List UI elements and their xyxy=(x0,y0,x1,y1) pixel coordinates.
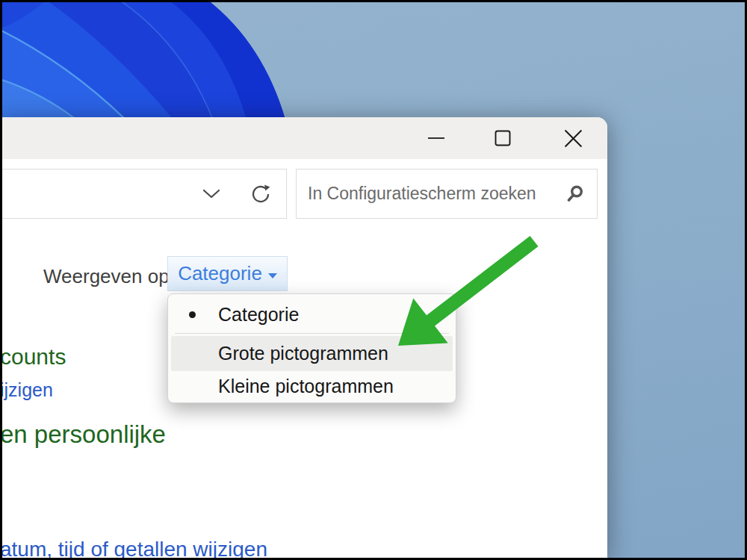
minimize-button[interactable] xyxy=(419,120,453,156)
menu-item-label: Kleine pictogrammen xyxy=(218,376,394,397)
refresh-button[interactable] xyxy=(246,169,276,218)
clipped-task-link-bottom[interactable]: atum, tijd of getallen wijzigen xyxy=(0,538,267,560)
desktop: Weergeven op: Categorie Categorie Grote … xyxy=(0,0,747,560)
view-by-dropdown-button[interactable]: Categorie xyxy=(167,256,288,291)
clipped-task-link[interactable]: ijzigen xyxy=(0,380,53,399)
menu-item-label: Categorie xyxy=(218,304,299,326)
address-bar[interactable] xyxy=(0,169,287,219)
dropdown-caret-icon xyxy=(268,273,277,279)
menu-item-label: Grote pictogrammen xyxy=(218,343,388,364)
close-icon xyxy=(564,129,583,148)
view-by-label: Weergeven op: xyxy=(43,266,175,288)
maximize-button[interactable] xyxy=(486,120,520,156)
chevron-down-icon xyxy=(202,189,220,199)
clipped-category-heading-2[interactable]: en persoonlijke xyxy=(0,422,166,448)
close-button[interactable] xyxy=(556,120,590,156)
clipped-category-heading[interactable]: counts xyxy=(0,345,66,369)
search-input[interactable] xyxy=(306,183,559,205)
annotation-arrow-icon xyxy=(374,224,553,362)
view-by-selected-value: Categorie xyxy=(178,262,262,285)
search-box xyxy=(296,169,598,219)
minimize-icon xyxy=(427,129,445,147)
address-dropdown-button[interactable] xyxy=(196,169,226,218)
titlebar xyxy=(0,117,607,159)
menu-item-kleine-pictogrammen[interactable]: Kleine pictogrammen xyxy=(168,371,456,401)
search-icon[interactable] xyxy=(565,184,585,204)
refresh-icon xyxy=(250,184,271,205)
wallpaper-bloom xyxy=(0,0,299,119)
selected-bullet-icon xyxy=(189,311,196,318)
maximize-icon xyxy=(494,129,512,147)
